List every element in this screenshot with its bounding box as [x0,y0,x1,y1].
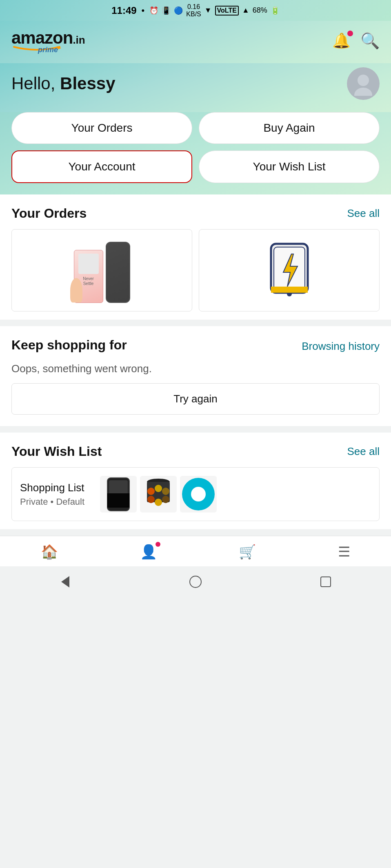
wish-item-1 [100,476,137,512]
home-button[interactable] [188,574,203,589]
data-speed: 0.16KB/S [186,3,201,18]
notification-bell[interactable]: 🔔 [332,32,351,49]
prime-label: prime [38,46,58,54]
wishlist-header: Your Wish List See all [11,444,380,459]
svg-point-17 [147,496,155,503]
wishlist-info: Shopping List Private • Default [20,481,93,507]
alexa-inner [191,487,206,501]
phone-screen [106,242,130,303]
your-wish-list-button[interactable]: Your Wish List [199,150,380,183]
order-image-1: NeverSettle [74,238,130,303]
notification-badge [347,31,353,36]
error-message: Oops, something went wrong. [11,362,380,375]
recents-square [320,576,331,587]
hand-illus [70,278,82,303]
your-account-button[interactable]: Your Account [11,150,192,183]
wish-phone-svg [104,477,133,512]
account-icon: 👤 [140,543,157,560]
bluetooth-icon: 🔵 [174,6,183,15]
main-content: Your Orders See all NeverSettle [0,194,391,529]
nav-home[interactable]: 🏠 [41,543,58,560]
header-icons: 🔔 🔍 [332,32,380,50]
battery-percent: 68% [253,6,267,15]
svg-point-15 [155,485,162,492]
battery-icon: 🔋 [271,6,280,15]
account-badge [156,542,160,547]
wishlist-meta: Private • Default [20,497,93,507]
nav-menu[interactable]: ☰ [338,543,350,560]
status-dot: • [142,5,145,16]
logo-amazon: amazon [11,28,73,48]
product-box: NeverSettle [74,250,103,303]
greeting-text: Hello, Blessy [11,74,116,93]
wishlist-title: Your Wish List [11,444,102,459]
svg-point-1 [358,75,369,86]
wish-item-2 [140,476,177,512]
orders-grid: NeverSettle [11,229,380,311]
vibrate-icon: 📳 [162,6,171,15]
charger-image [265,240,314,301]
buy-again-button[interactable]: Buy Again [199,112,380,144]
orders-section-header: Your Orders See all [11,206,380,221]
amazon-logo: amazon .in prime [11,28,85,53]
wishlist-name: Shopping List [20,481,93,494]
svg-point-16 [162,488,169,495]
browsing-history-link[interactable]: Browsing history [302,340,380,353]
svg-point-14 [147,488,155,495]
order-card-1[interactable]: NeverSettle [11,229,192,311]
back-button[interactable] [58,574,73,589]
home-circle [189,576,202,588]
system-nav [0,566,391,597]
status-time: 11:49 [111,5,136,16]
menu-icon: ☰ [338,543,350,560]
orders-title: Your Orders [11,206,87,221]
user-name: Blessy [60,74,115,93]
nav-account[interactable]: 👤 [140,543,157,560]
wishlist-images [100,476,371,512]
bottom-nav: 🏠 👤 🛒 ☰ [0,536,391,566]
search-icon[interactable]: 🔍 [360,32,380,50]
alexa-dot [182,478,215,510]
wishlist-section: Your Wish List See all Shopping List Pri… [0,433,391,529]
cart-icon: 🛒 [239,543,256,560]
quick-buttons: Your Orders Buy Again Your Account Your … [0,112,391,194]
volte-icon: VoLTE [215,6,239,15]
wishlist-see-all[interactable]: See all [347,445,380,458]
avatar[interactable] [347,67,380,100]
signal-icon: ▲ [242,6,249,15]
keep-shopping-section: Keep shopping for Browsing history Oops,… [0,326,391,426]
svg-rect-11 [107,493,129,508]
recents-button[interactable] [318,574,333,589]
orders-see-all[interactable]: See all [347,207,380,220]
keep-shopping-header: Keep shopping for Browsing history [11,338,380,355]
box-text: NeverSettle [83,276,94,286]
status-icons: ⏰ 📳 🔵 0.16KB/S ▼ VoLTE ▲ 68% 🔋 [149,3,279,18]
order-card-2[interactable] [199,229,380,311]
home-icon: 🏠 [41,543,58,560]
hello-label: Hello, [11,74,60,93]
svg-point-18 [155,499,162,506]
header: amazon .in prime 🔔 🔍 [0,21,391,63]
back-triangle [61,576,69,588]
box-icon [78,254,99,274]
nav-cart[interactable]: 🛒 [239,543,256,560]
wishlist-card[interactable]: Shopping List Private • Default [11,467,380,521]
try-again-button[interactable]: Try again [11,383,380,415]
your-orders-button[interactable]: Your Orders [11,112,192,144]
keep-shopping-title: Keep shopping for [11,338,127,353]
orders-section: Your Orders See all NeverSettle [0,194,391,320]
logo-domain: .in [73,34,85,46]
avatar-icon [351,71,375,96]
svg-rect-8 [271,289,308,293]
wish-spice-svg [142,477,175,512]
wish-item-3 [180,476,217,512]
status-bar: 11:49 • ⏰ 📳 🔵 0.16KB/S ▼ VoLTE ▲ 68% 🔋 [0,0,391,21]
alarm-icon: ⏰ [149,6,158,15]
wifi-icon: ▼ [204,6,212,15]
svg-point-2 [354,88,372,96]
svg-point-19 [162,496,169,503]
greeting-section: Hello, Blessy [0,63,391,112]
